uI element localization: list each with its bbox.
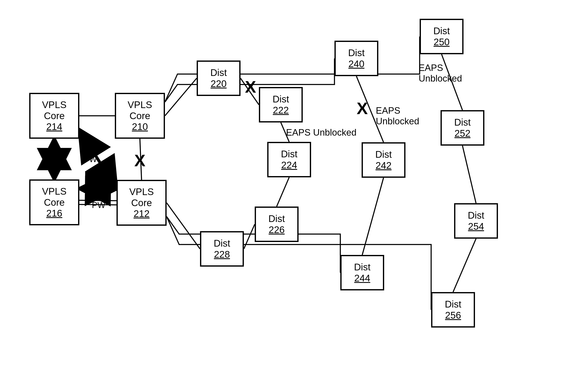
node-label: VPLS Core	[42, 99, 67, 121]
svg-line-11	[463, 146, 476, 203]
node-id: 210	[132, 121, 148, 132]
node-id: 240	[348, 58, 365, 70]
svg-line-7	[167, 203, 200, 249]
node-label: Dist	[214, 238, 230, 249]
node-label: VPLS Core	[42, 186, 67, 208]
node-id: 224	[281, 160, 297, 171]
blocked-x-icon: X	[134, 151, 145, 170]
node-label: Dist	[272, 94, 289, 105]
node-id: 226	[269, 224, 285, 235]
pw-label: PW	[84, 154, 97, 164]
node-id: 214	[46, 121, 62, 132]
node-id: 242	[376, 160, 392, 171]
node-label: Dist	[281, 149, 297, 160]
svg-line-2	[165, 78, 197, 116]
node-id: 212	[134, 208, 150, 219]
node-242: Dist242	[362, 142, 405, 178]
svg-line-12	[453, 239, 476, 292]
diagram-canvas: VPLS Core214VPLS Core210VPLS Core216VPLS…	[0, 0, 561, 392]
svg-line-5	[277, 177, 289, 206]
node-label: VPLS Core	[128, 99, 152, 121]
node-id: 252	[454, 128, 471, 139]
node-250: Dist250	[420, 19, 464, 54]
node-label: Dist	[375, 149, 392, 160]
node-id: 222	[273, 105, 289, 116]
node-212: VPLS Core212	[117, 180, 167, 226]
node-244: Dist244	[340, 255, 384, 290]
node-label: Dist	[445, 299, 461, 310]
node-222: Dist222	[259, 87, 303, 123]
wires-layer	[0, 0, 561, 392]
node-220: Dist220	[197, 61, 240, 96]
node-label: Dist	[354, 262, 370, 273]
node-id: 220	[211, 78, 227, 89]
node-254: Dist254	[454, 203, 498, 239]
node-id: 228	[214, 249, 230, 260]
svg-line-9	[362, 178, 384, 255]
eaps-unblocked-label: EAPS Unblocked	[286, 127, 356, 138]
node-id: 250	[434, 37, 450, 48]
node-214: VPLS Core214	[29, 93, 79, 139]
node-label: Dist	[348, 47, 365, 58]
node-id: 244	[354, 273, 370, 284]
eaps-unblocked-label: EAPS Unblocked	[376, 105, 419, 126]
node-label: Dist	[433, 25, 450, 37]
svg-line-16	[79, 189, 117, 189]
node-label: Dist	[268, 213, 285, 224]
node-label: Dist	[468, 210, 484, 221]
blocked-x-icon: X	[356, 99, 368, 118]
node-id: 256	[445, 310, 461, 321]
eaps-unblocked-label: EAPS Unblocked	[419, 62, 462, 84]
node-256: Dist256	[431, 292, 475, 328]
node-226: Dist226	[255, 206, 299, 242]
node-210: VPLS Core210	[115, 93, 165, 139]
node-240: Dist240	[334, 41, 378, 76]
node-id: 254	[468, 221, 484, 232]
node-252: Dist252	[441, 110, 484, 146]
svg-line-6	[244, 224, 255, 249]
node-label: VPLS Core	[129, 186, 154, 208]
node-label: Dist	[454, 117, 471, 128]
node-id: 216	[46, 208, 62, 219]
node-224: Dist224	[267, 142, 311, 177]
blocked-x-icon: X	[245, 77, 256, 97]
pw-label: PW	[50, 160, 64, 169]
node-label: Dist	[210, 67, 227, 78]
node-216: VPLS Core216	[29, 179, 79, 225]
pw-label: PW	[92, 200, 105, 210]
node-228: Dist228	[200, 231, 244, 267]
